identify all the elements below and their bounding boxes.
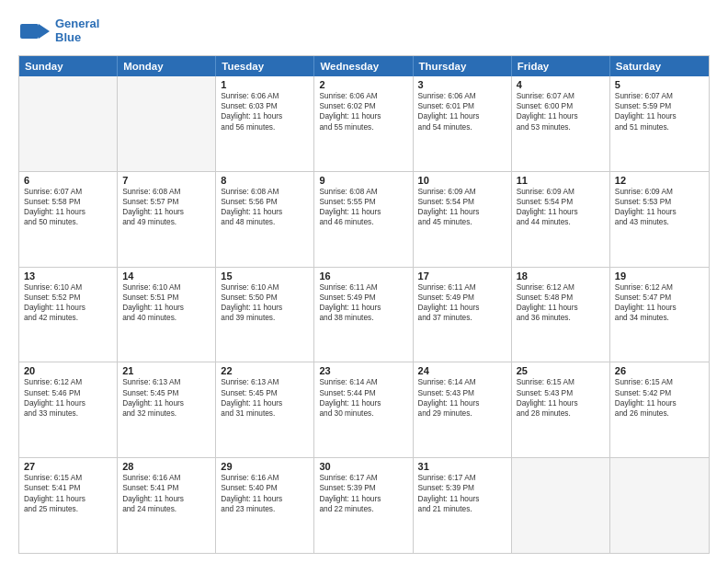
cell-line: Sunset: 5:39 PM	[319, 483, 407, 493]
cell-line: Sunrise: 6:10 AM	[221, 282, 309, 293]
calendar-cell: 7Sunrise: 6:08 AMSunset: 5:57 PMDaylight…	[118, 172, 216, 267]
cell-line: Sunset: 5:45 PM	[122, 388, 210, 398]
cell-line: Sunset: 5:44 PM	[319, 388, 407, 398]
cell-line: Sunrise: 6:12 AM	[517, 282, 605, 293]
cell-line: Daylight: 11 hours	[24, 494, 112, 504]
day-number: 28	[122, 461, 210, 472]
cell-line: Sunrise: 6:17 AM	[418, 473, 506, 483]
calendar-cell	[19, 76, 118, 171]
cell-line: and 24 minutes.	[122, 504, 210, 514]
cell-line: Sunset: 5:39 PM	[418, 483, 506, 493]
cell-line: and 31 minutes.	[221, 408, 309, 419]
day-number: 25	[517, 365, 605, 376]
cell-line: Daylight: 11 hours	[418, 207, 506, 217]
cell-line: Sunrise: 6:06 AM	[221, 91, 309, 101]
calendar-week: 20Sunrise: 6:12 AMSunset: 5:46 PMDayligh…	[19, 362, 709, 458]
calendar-cell: 27Sunrise: 6:15 AMSunset: 5:41 PMDayligh…	[19, 458, 118, 553]
day-number: 16	[319, 270, 407, 282]
calendar-cell: 22Sunrise: 6:13 AMSunset: 5:45 PMDayligh…	[216, 362, 314, 457]
calendar-header-cell: Monday	[118, 56, 216, 76]
day-number: 21	[122, 365, 210, 376]
cell-line: Sunset: 5:41 PM	[24, 483, 112, 493]
cell-line: Sunset: 5:43 PM	[418, 388, 506, 398]
cell-line: Daylight: 11 hours	[615, 111, 704, 121]
day-number: 22	[221, 365, 309, 376]
calendar-body: 1Sunrise: 6:06 AMSunset: 6:03 PMDaylight…	[19, 76, 709, 553]
cell-line: Sunrise: 6:06 AM	[319, 91, 407, 101]
cell-line: Daylight: 11 hours	[24, 207, 112, 217]
cell-line: Sunset: 6:03 PM	[221, 101, 309, 111]
cell-line: and 54 minutes.	[418, 122, 506, 132]
cell-line: Daylight: 11 hours	[24, 398, 112, 408]
day-number: 7	[122, 175, 210, 186]
cell-line: Sunrise: 6:10 AM	[24, 282, 112, 293]
calendar-cell: 20Sunrise: 6:12 AMSunset: 5:46 PMDayligh…	[19, 362, 118, 457]
calendar-header-cell: Wednesday	[314, 56, 413, 76]
cell-line: and 25 minutes.	[24, 504, 112, 514]
cell-line: Sunrise: 6:07 AM	[517, 91, 605, 101]
cell-line: Sunrise: 6:15 AM	[615, 377, 704, 387]
day-number: 20	[24, 365, 112, 376]
cell-line: Sunset: 5:42 PM	[615, 388, 704, 398]
calendar-cell: 17Sunrise: 6:11 AMSunset: 5:49 PMDayligh…	[414, 268, 512, 362]
calendar-cell: 28Sunrise: 6:16 AMSunset: 5:41 PMDayligh…	[118, 458, 216, 553]
cell-line: and 34 minutes.	[615, 313, 704, 323]
calendar-cell	[610, 458, 709, 553]
cell-line: Sunrise: 6:07 AM	[615, 91, 704, 101]
cell-line: Daylight: 11 hours	[122, 494, 210, 504]
cell-line: and 30 minutes.	[319, 408, 407, 419]
cell-line: Sunrise: 6:08 AM	[221, 187, 309, 197]
cell-line: and 50 minutes.	[24, 217, 112, 227]
cell-line: and 44 minutes.	[517, 217, 605, 227]
calendar-cell: 26Sunrise: 6:15 AMSunset: 5:42 PMDayligh…	[610, 362, 709, 457]
calendar-week: 6Sunrise: 6:07 AMSunset: 5:58 PMDaylight…	[19, 172, 709, 268]
cell-line: Sunrise: 6:14 AM	[319, 377, 407, 387]
calendar-header-cell: Saturday	[610, 56, 709, 76]
page: General Blue SundayMondayTuesdayWednesda…	[0, 0, 728, 563]
cell-line: and 23 minutes.	[221, 504, 309, 514]
cell-line: Sunset: 5:52 PM	[24, 293, 112, 303]
calendar-cell: 2Sunrise: 6:06 AMSunset: 6:02 PMDaylight…	[314, 76, 413, 171]
cell-line: Sunset: 5:59 PM	[615, 101, 704, 111]
cell-line: Daylight: 11 hours	[319, 303, 407, 313]
calendar-cell: 30Sunrise: 6:17 AMSunset: 5:39 PMDayligh…	[314, 458, 413, 553]
cell-line: and 42 minutes.	[24, 313, 112, 323]
day-number: 29	[221, 461, 309, 472]
calendar-cell: 3Sunrise: 6:06 AMSunset: 6:01 PMDaylight…	[414, 76, 512, 171]
calendar-cell: 21Sunrise: 6:13 AMSunset: 5:45 PMDayligh…	[118, 362, 216, 457]
day-number: 18	[517, 270, 605, 282]
cell-line: and 22 minutes.	[319, 504, 407, 514]
cell-line: Sunset: 5:45 PM	[221, 388, 309, 398]
day-number: 11	[517, 175, 605, 186]
cell-line: Sunset: 5:46 PM	[24, 388, 112, 398]
cell-line: and 45 minutes.	[418, 217, 506, 227]
calendar-cell: 14Sunrise: 6:10 AMSunset: 5:51 PMDayligh…	[118, 268, 216, 362]
day-number: 9	[319, 175, 407, 186]
calendar-cell: 1Sunrise: 6:06 AMSunset: 6:03 PMDaylight…	[216, 76, 314, 171]
cell-line: Sunrise: 6:11 AM	[418, 282, 506, 293]
cell-line: and 37 minutes.	[418, 313, 506, 323]
svg-rect-0	[20, 24, 39, 39]
calendar-header-cell: Sunday	[19, 56, 118, 76]
day-number: 31	[418, 461, 506, 472]
calendar-cell: 31Sunrise: 6:17 AMSunset: 5:39 PMDayligh…	[414, 458, 512, 553]
day-number: 13	[24, 270, 112, 282]
cell-line: Sunset: 5:53 PM	[615, 197, 704, 207]
cell-line: Daylight: 11 hours	[517, 303, 605, 313]
cell-line: Sunrise: 6:11 AM	[319, 282, 407, 293]
cell-line: Sunset: 5:50 PM	[221, 293, 309, 303]
cell-line: Sunset: 5:48 PM	[517, 293, 605, 303]
calendar-cell: 29Sunrise: 6:16 AMSunset: 5:40 PMDayligh…	[216, 458, 314, 553]
cell-line: Sunset: 5:40 PM	[221, 483, 309, 493]
cell-line: Sunrise: 6:09 AM	[517, 187, 605, 197]
cell-line: Sunset: 5:55 PM	[319, 197, 407, 207]
cell-line: and 38 minutes.	[319, 313, 407, 323]
cell-line: Sunrise: 6:08 AM	[122, 187, 210, 197]
cell-line: Sunset: 5:49 PM	[418, 293, 506, 303]
day-number: 17	[418, 270, 506, 282]
cell-line: Daylight: 11 hours	[418, 398, 506, 408]
cell-line: Daylight: 11 hours	[122, 207, 210, 217]
cell-line: Daylight: 11 hours	[24, 303, 112, 313]
header: General Blue	[18, 15, 710, 48]
day-number: 26	[615, 365, 704, 376]
